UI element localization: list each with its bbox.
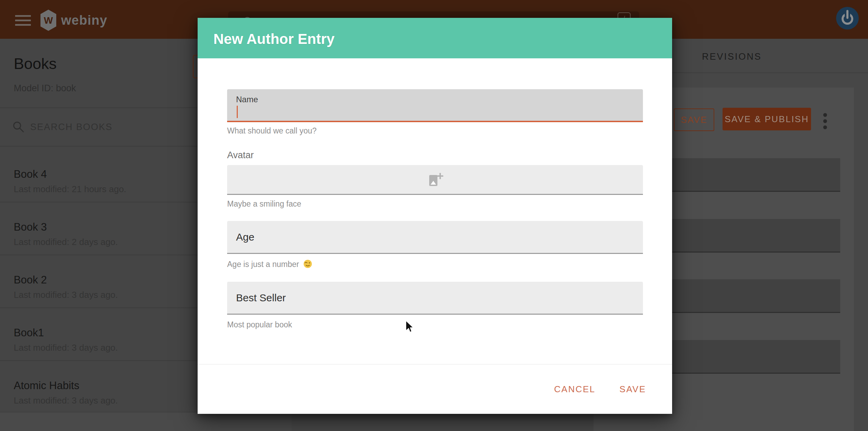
save-button[interactable]: SAVE bbox=[618, 381, 648, 398]
avatar-helper-text: Maybe a smiling face bbox=[227, 199, 301, 209]
cancel-button[interactable]: CANCEL bbox=[552, 381, 597, 398]
name-field[interactable]: Name bbox=[227, 89, 643, 122]
dialog-header: New Author Entry bbox=[198, 18, 672, 58]
avatar-upload-field[interactable] bbox=[227, 165, 643, 195]
best-seller-field-label: Best Seller bbox=[236, 282, 286, 314]
mouse-cursor-icon bbox=[405, 320, 416, 335]
age-field[interactable]: Age bbox=[227, 221, 643, 254]
name-helper-text: What should we call you? bbox=[227, 126, 317, 136]
name-field-label: Name bbox=[236, 95, 258, 104]
best-seller-field[interactable]: Best Seller bbox=[227, 282, 643, 315]
app-root: W webiny Search... / Books Model ID: boo… bbox=[0, 0, 868, 431]
wink-emoji bbox=[303, 259, 312, 268]
dialog-title: New Author Entry bbox=[213, 31, 335, 47]
age-field-label: Age bbox=[236, 221, 254, 253]
age-helper-label: Age is just a number bbox=[227, 260, 299, 269]
best-seller-helper-text: Most popular book bbox=[227, 320, 292, 329]
new-author-entry-dialog: New Author Entry Name What should we cal… bbox=[198, 18, 672, 414]
avatar-field-label: Avatar bbox=[227, 150, 254, 161]
text-cursor bbox=[237, 106, 238, 118]
add-image-icon bbox=[426, 172, 444, 187]
age-helper-text: Age is just a number bbox=[227, 259, 312, 269]
dialog-footer: CANCEL SAVE bbox=[198, 364, 672, 414]
